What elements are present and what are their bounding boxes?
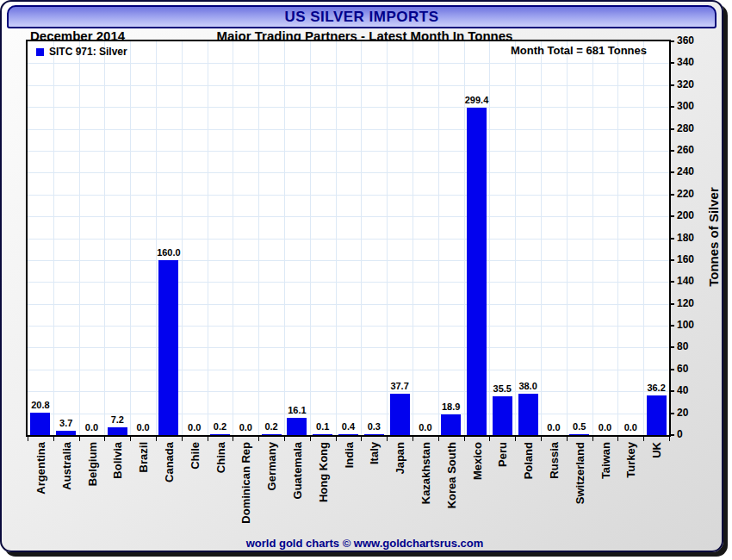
v-gridline xyxy=(361,41,362,435)
y-tick xyxy=(669,106,674,108)
v-gridline xyxy=(310,41,311,435)
y-tick xyxy=(669,128,674,130)
v-gridline xyxy=(79,41,80,435)
x-category-text: Bolivia xyxy=(111,442,124,479)
x-tick xyxy=(387,437,388,441)
chart-window: US SILVER IMPORTS December 2014 Major Tr… xyxy=(0,0,723,552)
x-category-text: Russia xyxy=(548,442,561,479)
x-category-text: Switzerland xyxy=(574,442,586,504)
x-category-text: Brazil xyxy=(137,442,150,472)
x-tick xyxy=(104,437,105,441)
bar-korea-south xyxy=(441,414,461,435)
bar-canada xyxy=(158,260,178,435)
x-tick xyxy=(592,437,593,441)
y-tick-label: 320 xyxy=(677,78,711,90)
h-gridline xyxy=(28,347,669,348)
x-tick xyxy=(156,437,157,441)
x-category-text: Chile xyxy=(189,442,202,470)
y-tick-label: 340 xyxy=(677,56,711,68)
bar-germany xyxy=(262,434,282,435)
h-gridline xyxy=(28,107,669,108)
v-gridline xyxy=(592,41,593,435)
h-gridline xyxy=(28,172,669,173)
x-category-text: Australia xyxy=(60,442,73,490)
x-category-label: Peru xyxy=(496,442,521,455)
y-tick xyxy=(669,434,674,436)
x-tick xyxy=(643,437,644,441)
x-category-label: UK xyxy=(650,442,667,455)
v-gridline xyxy=(438,41,439,435)
bar-value-label: 37.7 xyxy=(378,381,421,391)
y-tick xyxy=(669,281,674,283)
x-tick xyxy=(489,437,490,441)
plot-area: 20.83.70.07.20.0160.00.00.20.00.216.10.1… xyxy=(28,41,669,435)
v-gridline xyxy=(156,41,157,435)
bar-india xyxy=(338,434,358,435)
x-category-text: Italy xyxy=(368,442,381,464)
y-tick-label: 280 xyxy=(677,122,711,134)
v-gridline xyxy=(258,41,259,435)
x-tick xyxy=(258,437,259,441)
x-tick xyxy=(182,437,183,441)
x-category-text: Dominican Rep xyxy=(239,442,252,524)
v-gridline xyxy=(208,41,208,435)
v-gridline xyxy=(515,41,516,435)
y-tick xyxy=(669,150,674,152)
v-gridline xyxy=(541,41,542,435)
y-tick-label: 80 xyxy=(677,340,711,352)
v-gridline xyxy=(104,41,105,435)
x-category-text: Mexico xyxy=(471,442,484,480)
h-gridline xyxy=(28,370,669,370)
chart-screenshot: US SILVER IMPORTS December 2014 Major Tr… xyxy=(0,0,732,560)
y-tick xyxy=(669,215,674,217)
h-gridline xyxy=(28,85,669,86)
v-gridline xyxy=(413,41,413,435)
h-gridline xyxy=(28,260,669,261)
footer-credit: world gold charts © www.goldchartsrus.co… xyxy=(2,537,728,550)
month-total-annotation: Month Total = 681 Tonnes xyxy=(480,44,678,57)
v-gridline xyxy=(233,41,233,435)
x-tick xyxy=(310,437,311,441)
x-category-text: Turkey xyxy=(624,442,637,478)
x-category-text: China xyxy=(214,442,227,473)
x-category-text: India xyxy=(343,442,356,468)
h-gridline xyxy=(28,195,669,196)
v-gridline xyxy=(387,41,388,435)
v-gridline xyxy=(182,41,183,435)
h-gridline xyxy=(28,216,669,217)
y-tick-label: 0 xyxy=(677,428,711,440)
h-gridline xyxy=(28,151,669,152)
h-gridline xyxy=(28,391,669,392)
title-bar: US SILVER IMPORTS xyxy=(7,5,716,28)
y-tick-label: 40 xyxy=(677,384,711,396)
x-tick xyxy=(515,437,516,441)
v-gridline xyxy=(336,41,337,435)
x-category-text: Belgium xyxy=(86,442,99,486)
bar-value-label: 299.4 xyxy=(456,95,499,105)
x-category-label: Chile xyxy=(189,442,216,455)
x-tick xyxy=(53,437,54,441)
y-tick-label: 360 xyxy=(677,34,711,47)
x-category-text: Japan xyxy=(394,442,406,475)
y-tick xyxy=(669,325,674,327)
x-tick xyxy=(464,437,465,441)
y-tick-label: 100 xyxy=(677,319,711,331)
v-gridline xyxy=(617,41,618,435)
y-tick xyxy=(669,369,674,370)
h-gridline xyxy=(28,326,669,327)
bar-value-label: 38.0 xyxy=(506,381,549,391)
y-tick xyxy=(669,259,674,261)
x-category-label: Italy xyxy=(368,442,390,455)
y-tick xyxy=(669,40,674,42)
bar-value-label: 16.1 xyxy=(276,405,319,415)
y-tick xyxy=(669,346,674,348)
v-gridline xyxy=(643,41,644,435)
x-tick xyxy=(336,437,337,441)
x-tick xyxy=(208,437,208,441)
blue-square-icon xyxy=(36,48,44,56)
v-gridline xyxy=(130,41,131,435)
bar-italy xyxy=(364,434,384,435)
y-tick-label: 260 xyxy=(677,144,711,156)
x-tick xyxy=(541,437,542,441)
x-category-text: UK xyxy=(650,442,663,458)
